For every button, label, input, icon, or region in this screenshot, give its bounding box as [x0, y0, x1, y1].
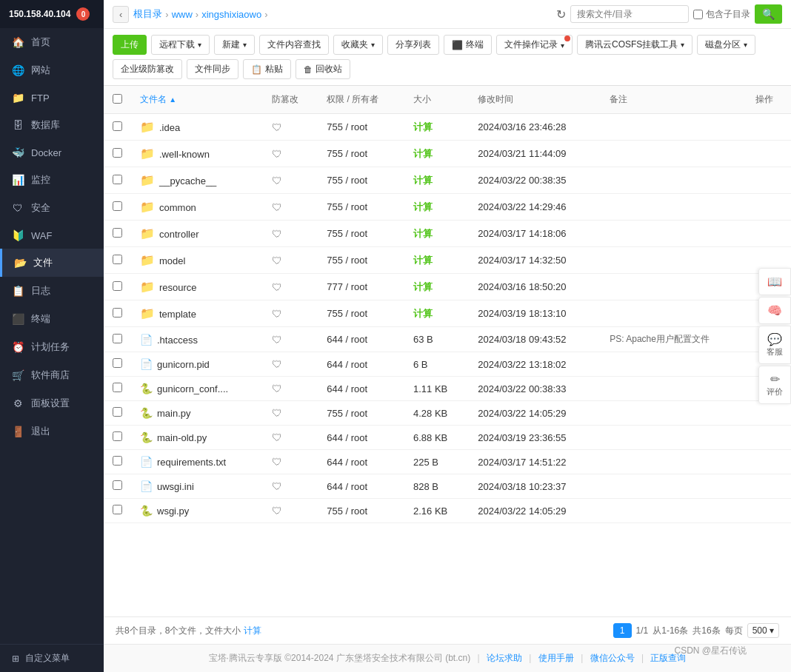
row-checkbox[interactable]	[113, 121, 122, 131]
row-checkbox[interactable]	[113, 431, 122, 441]
file-search-button[interactable]: 文件内容查找	[259, 35, 329, 55]
file-name[interactable]: controller	[159, 229, 198, 240]
size-calc[interactable]: 计算	[413, 201, 433, 212]
file-ops-button[interactable]: 文件操作记录 ▾	[496, 35, 573, 55]
row-checkbox[interactable]	[113, 358, 122, 368]
select-all-checkbox[interactable]	[113, 94, 122, 104]
include-subdir-checkbox[interactable]	[693, 10, 703, 19]
row-checkbox[interactable]	[113, 334, 122, 343]
file-name[interactable]: gunicorn.pid	[157, 359, 210, 370]
enterprise-button[interactable]: 企业级防篡改	[113, 59, 182, 79]
protect-icon[interactable]: 🛡	[272, 480, 282, 492]
size-calc[interactable]: 计算	[413, 148, 433, 159]
sidebar-item-ftp[interactable]: 📁 FTP	[0, 84, 104, 111]
sidebar-item-cron[interactable]: ⏰ 计划任务	[0, 333, 104, 361]
file-name[interactable]: gunicorn_conf....	[157, 383, 228, 394]
row-checkbox[interactable]	[113, 201, 122, 211]
breadcrumb-root[interactable]: 根目录	[133, 7, 162, 21]
footer-calc[interactable]: 计算	[244, 625, 261, 636]
row-checkbox[interactable]	[113, 281, 122, 291]
float-book[interactable]: 📖	[758, 268, 791, 295]
paste-button[interactable]: 📋 粘贴	[243, 59, 291, 79]
file-name[interactable]: requirements.txt	[157, 457, 226, 468]
protect-icon[interactable]: 🛡	[272, 175, 282, 187]
file-name[interactable]: main-old.py	[157, 432, 207, 443]
sidebar-customize[interactable]: ⊞ 自定义菜单	[0, 644, 104, 672]
link-wechat[interactable]: 微信公众号	[590, 653, 635, 663]
per-page-select[interactable]: 500 ▾	[747, 623, 779, 638]
tencent-cos-button[interactable]: 腾讯云COSFS挂载工具 ▾	[577, 35, 692, 55]
file-name[interactable]: uwsgi.ini	[157, 481, 194, 492]
protect-icon[interactable]: 🛡	[272, 431, 282, 443]
file-name[interactable]: .idea	[159, 122, 180, 133]
protect-icon[interactable]: 🛡	[272, 228, 282, 240]
protect-icon[interactable]: 🛡	[272, 201, 282, 213]
float-service[interactable]: 💬 客服	[758, 326, 791, 364]
sidebar-item-monitor[interactable]: 📊 监控	[0, 166, 104, 194]
search-input[interactable]	[570, 5, 689, 23]
current-page-btn[interactable]: 1	[613, 623, 632, 638]
protect-icon[interactable]: 🛡	[272, 281, 282, 293]
refresh-button[interactable]: ↻	[556, 7, 566, 21]
row-checkbox[interactable]	[113, 228, 122, 238]
file-name[interactable]: model	[159, 255, 185, 266]
sidebar-item-panel[interactable]: ⚙ 面板设置	[0, 389, 104, 417]
file-name[interactable]: __pycache__	[159, 175, 216, 187]
sidebar-item-security[interactable]: 🛡 安全	[0, 194, 104, 222]
protect-icon[interactable]: 🛡	[272, 358, 282, 370]
row-checkbox[interactable]	[113, 456, 122, 466]
row-checkbox[interactable]	[113, 407, 122, 417]
terminal-button[interactable]: ⬛ 终端	[444, 35, 492, 55]
col-filename[interactable]: 文件名 ▲	[131, 86, 263, 114]
sidebar-item-database[interactable]: 🗄 数据库	[0, 111, 104, 139]
collect-button[interactable]: 收藏夹 ▾	[333, 35, 383, 55]
protect-icon[interactable]: 🛡	[272, 148, 282, 160]
row-checkbox[interactable]	[113, 148, 122, 158]
row-checkbox[interactable]	[113, 308, 122, 317]
link-manual[interactable]: 使用手册	[538, 653, 574, 663]
row-checkbox[interactable]	[113, 480, 122, 490]
sidebar-item-file[interactable]: 📂 文件	[0, 249, 104, 277]
breadcrumb-www[interactable]: www	[172, 9, 193, 20]
upload-button[interactable]: 上传	[113, 35, 147, 55]
file-name[interactable]: .well-known	[159, 149, 210, 160]
protect-icon[interactable]: 🛡	[272, 308, 282, 320]
row-checkbox[interactable]	[113, 383, 122, 392]
disk-partition-button[interactable]: 磁盘分区 ▾	[697, 35, 755, 55]
protect-icon[interactable]: 🛡	[272, 383, 282, 394]
remote-download-button[interactable]: 远程下载 ▾	[151, 35, 210, 55]
sidebar-item-home[interactable]: 🏠 首页	[0, 28, 104, 56]
sidebar-item-logout[interactable]: 🚪 退出	[0, 417, 104, 446]
protect-icon[interactable]: 🛡	[272, 334, 282, 346]
protect-icon[interactable]: 🛡	[272, 456, 282, 468]
path-input[interactable]	[270, 9, 552, 20]
file-name[interactable]: resource	[159, 282, 197, 293]
sidebar-item-log[interactable]: 📋 日志	[0, 277, 104, 305]
new-button[interactable]: 新建 ▾	[214, 35, 255, 55]
link-forum[interactable]: 论坛求助	[487, 653, 522, 663]
back-button[interactable]: ‹	[113, 6, 129, 23]
row-checkbox[interactable]	[113, 175, 122, 184]
file-name[interactable]: template	[159, 309, 196, 320]
size-calc[interactable]: 计算	[413, 175, 433, 186]
breadcrumb-current[interactable]: xingshixiaowo	[201, 9, 261, 20]
file-name[interactable]: main.py	[157, 408, 191, 419]
size-calc[interactable]: 计算	[413, 308, 433, 319]
sidebar-item-terminal[interactable]: ⬛ 终端	[0, 305, 104, 333]
file-name[interactable]: common	[159, 202, 196, 213]
size-calc[interactable]: 计算	[413, 121, 433, 132]
row-checkbox[interactable]	[113, 505, 122, 514]
sidebar-item-waf[interactable]: 🔰 WAF	[0, 222, 104, 249]
include-subdir-label[interactable]: 包含子目录	[693, 8, 750, 21]
recycle-button[interactable]: 🗑 回收站	[296, 59, 350, 79]
protect-icon[interactable]: 🛡	[272, 255, 282, 266]
file-name[interactable]: .htaccess	[157, 335, 198, 346]
share-list-button[interactable]: 分享列表	[387, 35, 439, 55]
search-button[interactable]: 🔍	[755, 4, 782, 24]
sidebar-item-store[interactable]: 🛒 软件商店	[0, 361, 104, 389]
size-calc[interactable]: 计算	[413, 255, 433, 266]
sidebar-item-website[interactable]: 🌐 网站	[0, 56, 104, 84]
protect-icon[interactable]: 🛡	[272, 121, 282, 133]
row-checkbox[interactable]	[113, 255, 122, 264]
sidebar-item-docker[interactable]: 🐳 Docker	[0, 139, 104, 166]
